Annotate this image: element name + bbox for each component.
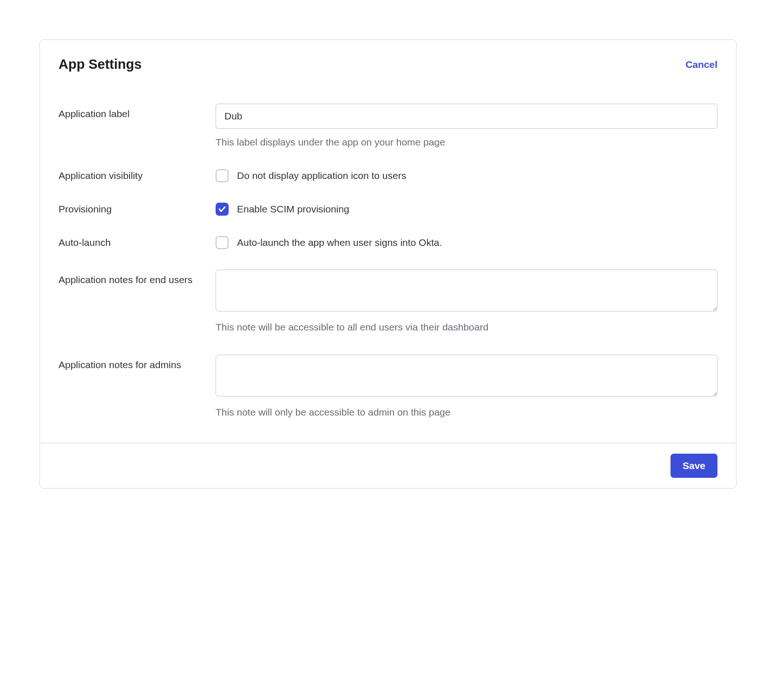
notes-end-users-textarea[interactable] <box>216 270 717 311</box>
panel-body: App Settings Cancel Application label Th… <box>40 40 736 443</box>
auto-launch-label: Auto-launch <box>59 236 216 248</box>
auto-launch-checkbox[interactable] <box>216 236 229 249</box>
notes-admins-textarea[interactable] <box>216 355 717 396</box>
notes-end-users-control: This note will be accessible to all end … <box>216 270 717 334</box>
notes-admins-label: Application notes for admins <box>59 355 216 370</box>
notes-admins-control: This note will only be accessible to adm… <box>216 355 717 419</box>
provisioning-row: Provisioning Enable SCIM provisioning <box>59 203 717 216</box>
provisioning-option-text: Enable SCIM provisioning <box>237 204 349 215</box>
application-visibility-row: Application visibility Do not display ap… <box>59 169 717 182</box>
provisioning-option: Enable SCIM provisioning <box>216 203 717 216</box>
application-visibility-control: Do not display application icon to users <box>216 169 717 182</box>
provisioning-checkbox[interactable] <box>216 203 229 216</box>
application-visibility-label: Application visibility <box>59 169 216 181</box>
cancel-button[interactable]: Cancel <box>685 59 717 70</box>
notes-admins-row: Application notes for admins This note w… <box>59 355 717 419</box>
notes-admins-helper: This note will only be accessible to adm… <box>216 405 717 419</box>
auto-launch-row: Auto-launch Auto-launch the app when use… <box>59 236 717 249</box>
app-settings-panel: App Settings Cancel Application label Th… <box>39 40 737 489</box>
application-label-label: Application label <box>59 104 216 119</box>
application-label-row: Application label This label displays un… <box>59 104 717 149</box>
application-visibility-option-text: Do not display application icon to users <box>237 170 406 181</box>
application-label-helper: This label displays under the app on you… <box>216 135 717 149</box>
application-label-control: This label displays under the app on you… <box>216 104 717 149</box>
panel-title: App Settings <box>59 57 142 72</box>
notes-end-users-helper: This note will be accessible to all end … <box>216 320 717 334</box>
application-label-input[interactable] <box>216 104 717 129</box>
provisioning-control: Enable SCIM provisioning <box>216 203 717 216</box>
notes-end-users-label: Application notes for end users <box>59 270 216 285</box>
panel-footer: Save <box>40 443 736 488</box>
auto-launch-control: Auto-launch the app when user signs into… <box>216 236 717 249</box>
auto-launch-option-text: Auto-launch the app when user signs into… <box>237 237 442 248</box>
application-visibility-option: Do not display application icon to users <box>216 169 717 182</box>
panel-header: App Settings Cancel <box>59 57 717 72</box>
save-button[interactable]: Save <box>671 454 717 478</box>
notes-end-users-row: Application notes for end users This not… <box>59 270 717 334</box>
auto-launch-option: Auto-launch the app when user signs into… <box>216 236 717 249</box>
provisioning-label: Provisioning <box>59 203 216 215</box>
check-icon <box>218 205 226 213</box>
application-visibility-checkbox[interactable] <box>216 169 229 182</box>
